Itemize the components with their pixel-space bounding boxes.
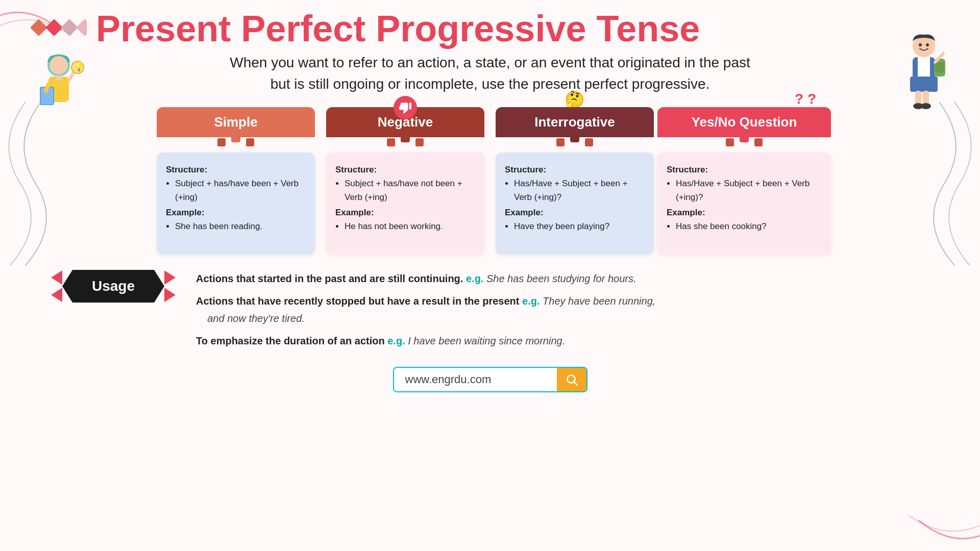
simple-card-wrapper: Simple Structure: Subject + has/have bee… [157, 107, 315, 255]
yesno-card-wrapper: ? ? Yes/No Question Structure: Has/Have … [665, 107, 823, 255]
interrogative-tab: Interrogative [496, 107, 654, 137]
yesno-card-body: Structure: Has/Have + Subject + been + V… [657, 153, 831, 255]
negative-card-wrapper: Negative Structure: Subject + has/have n… [326, 107, 484, 255]
svg-line-31 [574, 382, 577, 385]
right-arrow-1 [164, 270, 176, 285]
page-title: Present Perfect Progressive Tense [96, 10, 700, 47]
hang-peg [387, 138, 395, 146]
usage-list: Actions that started in the past and are… [196, 270, 655, 355]
main-content: Present Perfect Progressive Tense When y… [0, 0, 980, 403]
interrogative-card-wrapper: 🤔 Interrogative Structure: Has/Have + Su… [496, 107, 654, 255]
svg-rect-27 [45, 19, 63, 36]
usage-badge: Usage [51, 270, 176, 303]
website-input-wrap [393, 367, 587, 392]
structure-item: Subject + has/have not been + Verb (+ing… [345, 177, 475, 204]
usage-item-3: To emphasize the duration of an action e… [196, 332, 655, 349]
thinking-person-icon: 🤔 [565, 90, 585, 109]
example-label: Example: [667, 208, 705, 217]
hang-peg [217, 138, 226, 146]
diamond-icons [31, 19, 87, 38]
example-label: Example: [166, 208, 205, 217]
left-arrow-2 [51, 288, 62, 302]
negative-card-body: Structure: Subject + has/have not been +… [326, 153, 484, 255]
example-label: Example: [505, 208, 544, 217]
hang-peg [754, 138, 763, 146]
thumbs-down-icon [394, 96, 417, 119]
search-button[interactable] [557, 368, 586, 391]
website-bar [31, 367, 949, 392]
hang-peg [726, 138, 734, 146]
svg-rect-26 [31, 19, 47, 36]
subtitle-text: When you want to refer to an action, a s… [158, 52, 822, 95]
usage-badge-label: Usage [62, 270, 164, 303]
structure-item: Subject + has/have been + Verb (+ing) [175, 177, 306, 204]
structure-label: Structure: [166, 165, 207, 174]
simple-tab: Simple [157, 107, 315, 137]
cards-row: Simple Structure: Subject + has/have bee… [31, 107, 949, 255]
right-arrow-2 [164, 288, 176, 302]
example-item: He has not been working. [345, 219, 475, 233]
hang-peg [585, 138, 593, 146]
example-item: Have they been playing? [514, 219, 645, 233]
example-label: Example: [335, 208, 374, 217]
structure-item: Has/Have + Subject + been + Verb (+ing)? [514, 177, 645, 204]
search-icon [565, 373, 578, 386]
hang-peg [246, 138, 254, 146]
hang-peg [415, 138, 424, 146]
corner-decoration-br [878, 449, 980, 551]
simple-card-body: Structure: Subject + has/have been + Ver… [157, 153, 315, 255]
website-url-input[interactable] [394, 368, 557, 391]
interrogative-card-body: Structure: Has/Have + Subject + been + V… [496, 153, 654, 255]
left-arrows [51, 270, 62, 302]
hang-peg [556, 138, 565, 146]
yesno-tab: Yes/No Question [657, 107, 831, 137]
example-item: Has she been cooking? [676, 219, 822, 233]
example-item: She has been reading. [175, 219, 306, 233]
structure-label: Structure: [667, 165, 708, 174]
usage-section: Usage Actions that started in the past a… [31, 270, 949, 355]
structure-label: Structure: [335, 165, 377, 174]
svg-rect-28 [61, 19, 78, 36]
svg-rect-29 [76, 19, 87, 36]
structure-item: Has/Have + Subject + been + Verb (+ing)? [676, 177, 822, 204]
usage-item-2: Actions that have recently stopped but h… [196, 292, 655, 327]
right-arrows [164, 270, 176, 302]
header: Present Perfect Progressive Tense [31, 10, 949, 47]
usage-item-1: Actions that started in the past and are… [196, 270, 655, 287]
question-marks: ? ? [795, 91, 816, 107]
structure-label: Structure: [505, 165, 546, 174]
left-arrow-1 [51, 270, 62, 285]
